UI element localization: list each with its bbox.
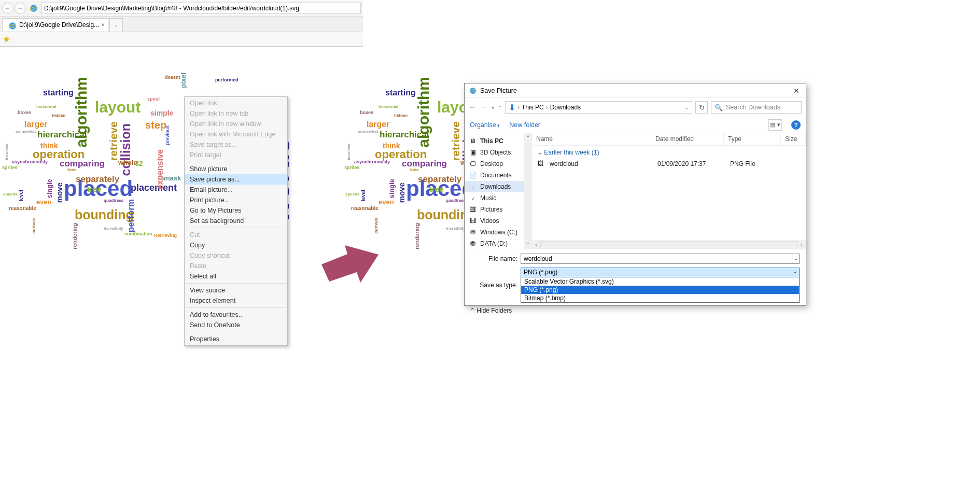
sidebar-item[interactable]: ⛃DATA (D:) [465, 238, 532, 249]
file-list: Earlier this week (1) 🖼wordcloud01/09/20… [532, 146, 806, 171]
wordcloud-word: step [145, 119, 166, 131]
wordcloud-word: horizontal [379, 104, 398, 109]
type-option[interactable]: PNG (*.png) [521, 286, 799, 294]
context-menu-item[interactable]: Save picture as... [185, 174, 287, 185]
type-option[interactable]: Bitmap (*.bmp) [521, 294, 799, 302]
new-folder-button[interactable]: New folder [509, 121, 540, 129]
help-button[interactable]: ? [791, 120, 801, 130]
file-name: wordcloud [550, 160, 657, 167]
back-button[interactable]: ← [2, 3, 13, 14]
forward-button[interactable]: → [15, 3, 26, 14]
sidebar-item[interactable]: ▣3D Objects [465, 147, 532, 158]
wordcloud-word: layout [95, 99, 141, 116]
context-menu-item[interactable]: Copy [185, 240, 287, 250]
nav-toolbar: ← → D:\joli9\Google Drive\Design\Marketi… [0, 0, 363, 17]
context-menu-item: Open link in new tab [185, 108, 287, 119]
wordcloud-word: 32 [135, 159, 143, 167]
context-menu-item: Open link in new window [185, 119, 287, 129]
search-input[interactable]: 🔍 Search Downloads [711, 101, 802, 114]
context-menu: Open linkOpen link in new tabOpen link i… [184, 96, 288, 346]
wordcloud-word: hidden [394, 113, 408, 118]
up-button[interactable]: ↑ [498, 103, 502, 111]
column-type[interactable]: Type [724, 133, 781, 145]
context-menu-item[interactable]: View source [185, 285, 287, 296]
wordcloud-word: boxes [360, 110, 373, 115]
scroll-up-icon[interactable]: ˄ [524, 133, 532, 142]
favourites-star-icon[interactable]: ★ [3, 35, 10, 44]
file-row[interactable]: 🖼wordcloud01/09/2020 17:37PNG File [532, 158, 806, 170]
breadcrumb-path[interactable]: ⬇ › This PC › Downloads ⌄ [505, 101, 692, 114]
context-menu-item[interactable]: Inspect element [185, 296, 287, 306]
breadcrumb-segment[interactable]: This PC [522, 104, 544, 111]
wordcloud-word: larger [367, 120, 389, 129]
wordcloud-word: level [18, 190, 24, 201]
wordcloud-word: hierarchical [37, 130, 87, 140]
context-menu-item[interactable]: Set as background [185, 216, 287, 226]
sidebar-item[interactable]: 📄Documents [465, 170, 532, 181]
downloads-icon: ⬇ [509, 103, 515, 113]
sidebar-item-label: Windows (C:) [480, 229, 517, 236]
wordcloud-word: starting [385, 88, 416, 97]
sidebar-item[interactable]: ♪Music [465, 192, 532, 204]
wordcloud-word: sprites [344, 165, 360, 170]
back-button[interactable]: ← [469, 103, 476, 111]
context-menu-item[interactable]: Print picture... [185, 195, 287, 205]
horizontal-scrollbar[interactable]: ‹ › [532, 240, 806, 249]
context-menu-item[interactable]: Email picture... [185, 185, 287, 195]
wordcloud-word: hidden [52, 113, 65, 118]
chevron-down-icon[interactable]: ⌄ [684, 105, 689, 110]
dialog-close-button[interactable]: ✕ [791, 86, 802, 96]
context-menu-item[interactable]: Show picture [185, 164, 287, 174]
context-menu-item[interactable]: Add to favourites... [185, 310, 287, 320]
wordcloud-word: performed [557, 77, 581, 82]
file-group-header[interactable]: Earlier this week (1) [532, 147, 806, 158]
wordcloud-word: quadtrees [446, 198, 466, 203]
folder-icon: 🎞 [469, 217, 477, 225]
sidebar-item-label: 3D Objects [480, 149, 511, 156]
sidebar-item[interactable]: 🖥This PC [465, 135, 532, 147]
file-name-input[interactable] [521, 254, 792, 264]
context-menu-item[interactable]: Send to OneNote [185, 320, 287, 330]
organise-button[interactable]: Organise [470, 121, 500, 129]
breadcrumb-segment[interactable]: Downloads [550, 104, 581, 111]
type-option[interactable]: Scalable Vector Graphics (*.svg) [521, 277, 799, 286]
refresh-button[interactable]: ↻ [695, 101, 708, 114]
context-menu-item[interactable]: Select all [185, 271, 287, 282]
sidebar-item[interactable]: 🎞Videos [465, 215, 532, 227]
scroll-down-icon[interactable]: ˅ [524, 241, 532, 249]
sidebar-scrollbar[interactable]: ˄ ˅ [524, 133, 532, 249]
file-name-dropdown[interactable]: ⌄ [792, 254, 800, 264]
wordcloud-word: doesnt [507, 75, 523, 80]
wordcloud-word: somewhat [358, 129, 378, 134]
sidebar-item[interactable]: ↓Downloads [465, 181, 532, 192]
dialog-main: 🖥This PC▣3D Objects🖵Desktop📄Documents↓Do… [465, 133, 806, 249]
browser-tab[interactable]: D:\joli9\Google Drive\Desig... × [2, 18, 108, 32]
context-menu-item[interactable]: Go to My Pictures [185, 205, 287, 216]
save-type-options: Scalable Vector Graphics (*.svg)PNG (*.p… [521, 277, 800, 303]
scroll-left-icon[interactable]: ‹ [532, 241, 540, 249]
context-menu-item[interactable]: Properties [185, 334, 287, 344]
column-name[interactable]: Name [532, 133, 651, 145]
chevron-right-icon: › [546, 104, 548, 111]
save-type-select[interactable]: PNG (*.png) ⌄ [521, 268, 800, 277]
hide-folders-toggle[interactable]: Hide Folders [470, 307, 512, 314]
column-size[interactable]: Size [781, 133, 806, 145]
tab-close-icon[interactable]: × [101, 21, 105, 29]
address-bar[interactable]: D:\joli9\Google Drive\Design\Marketing\B… [41, 3, 361, 14]
wordcloud-word: performed [215, 77, 239, 82]
sidebar-item[interactable]: 🖵Desktop [465, 158, 532, 170]
recent-dropdown[interactable]: ▾ [492, 105, 494, 110]
wordcloud-word: combination [124, 231, 152, 236]
sidebar-item[interactable]: ⛃Windows (C:) [465, 227, 532, 238]
sidebar-item[interactable]: 🖼Pictures [465, 204, 532, 215]
scroll-right-icon[interactable]: › [797, 241, 806, 249]
new-tab-button[interactable]: ▫ [109, 18, 123, 32]
wordcloud-word: placement [131, 183, 177, 193]
browser-window: ← → D:\joli9\Google Drive\Design\Marketi… [0, 0, 363, 47]
wordcloud-word: even [36, 198, 52, 206]
context-menu-item: Open link with Microsoft Edge [185, 129, 287, 139]
sidebar-item-label: Videos [480, 217, 499, 225]
wordcloud-word: incredibly [446, 226, 466, 231]
column-date[interactable]: Date modified [651, 133, 724, 145]
view-button[interactable]: ▤ ▾ [768, 119, 782, 131]
